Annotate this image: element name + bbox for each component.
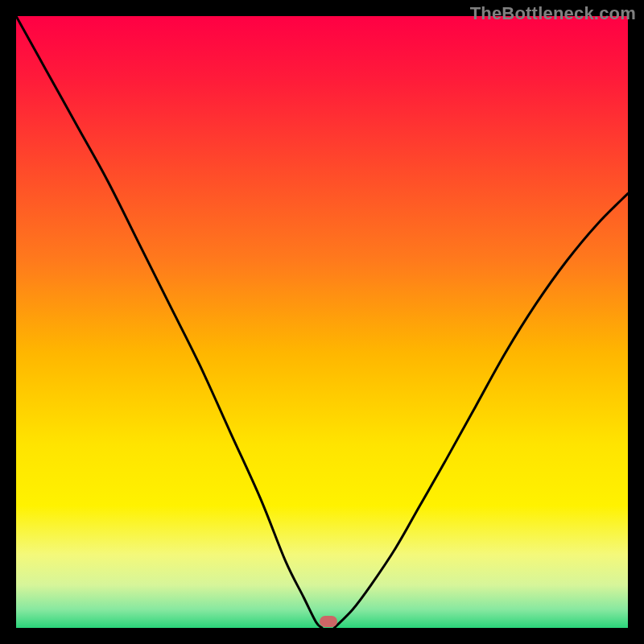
chart-frame: TheBottleneck.com xyxy=(0,0,644,644)
optimal-marker xyxy=(320,616,337,627)
chart-svg xyxy=(16,16,628,628)
gradient-background xyxy=(16,16,628,628)
plot-area xyxy=(16,16,628,628)
watermark-text: TheBottleneck.com xyxy=(470,3,636,24)
